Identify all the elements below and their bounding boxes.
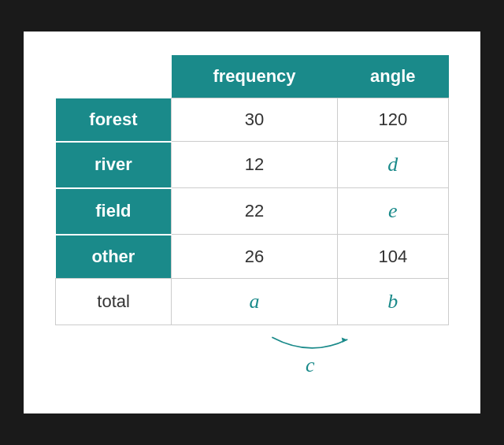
row-label-field: field <box>56 188 172 235</box>
arrow-container: c <box>172 330 449 377</box>
table-row: river 12 d <box>56 142 449 188</box>
frequency-total: a <box>172 278 337 324</box>
table-row: field 22 e <box>56 188 449 235</box>
arrow-label: c <box>306 354 315 377</box>
header-row: frequency angle <box>56 55 449 98</box>
frequency-forest: 30 <box>172 98 337 142</box>
table-row: forest 30 120 <box>56 98 449 142</box>
frequency-river: 12 <box>172 142 337 188</box>
angle-other: 104 <box>337 235 448 279</box>
table-row: other 26 104 <box>56 235 449 279</box>
frequency-other: 26 <box>172 235 337 279</box>
angle-river: d <box>337 142 448 188</box>
row-label-total: total <box>56 278 172 324</box>
angle-forest: 120 <box>337 98 448 142</box>
row-label-river: river <box>56 142 172 188</box>
header-empty <box>56 55 172 98</box>
arrow-empty <box>56 324 172 382</box>
row-label-other: other <box>56 235 172 279</box>
header-frequency: frequency <box>172 55 337 98</box>
arrow-row: c <box>56 324 449 382</box>
frequency-field: 22 <box>172 188 337 235</box>
total-row: total a b <box>56 278 449 324</box>
arrow-icon <box>247 333 373 352</box>
header-angle: angle <box>337 55 448 98</box>
arrow-cell: c <box>172 324 449 382</box>
row-label-forest: forest <box>56 98 172 142</box>
page-container: frequency angle forest 30 120 river 12 d… <box>24 32 480 413</box>
data-table: frequency angle forest 30 120 river 12 d… <box>55 55 449 382</box>
angle-field: e <box>337 188 448 235</box>
angle-total: b <box>337 278 448 324</box>
